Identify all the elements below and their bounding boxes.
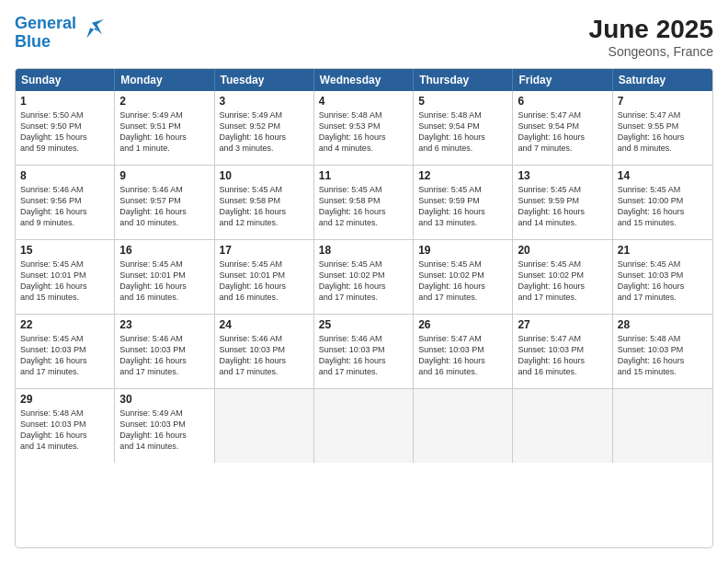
day-number: 3 [220, 95, 309, 108]
day-number: 21 [618, 244, 708, 257]
cell-text: Sunrise: 5:47 AMSunset: 9:54 PMDaylight:… [518, 109, 607, 155]
header-cell-saturday: Saturday [613, 69, 712, 91]
cell-text: Sunrise: 5:47 AMSunset: 10:03 PMDaylight… [418, 333, 507, 378]
cal-cell: 26Sunrise: 5:47 AMSunset: 10:03 PMDaylig… [414, 315, 513, 388]
day-number: 17 [220, 244, 309, 257]
header-cell-sunday: Sunday [16, 69, 115, 91]
week-row-1: 8Sunrise: 5:46 AMSunset: 9:56 PMDaylight… [16, 165, 712, 239]
svg-marker-0 [86, 19, 104, 39]
cell-text: Sunrise: 5:45 AMSunset: 9:59 PMDaylight:… [418, 184, 507, 229]
calendar: SundayMondayTuesdayWednesdayThursdayFrid… [15, 68, 713, 548]
cell-text: Sunrise: 5:48 AMSunset: 9:54 PMDaylight:… [418, 109, 507, 155]
cell-text: Sunrise: 5:47 AMSunset: 9:55 PMDaylight:… [618, 109, 708, 155]
cal-cell: 30Sunrise: 5:49 AMSunset: 10:03 PMDaylig… [115, 389, 214, 463]
day-number: 27 [518, 318, 607, 331]
page: General Blue June 2025 Songeons, France … [0, 0, 728, 563]
cell-text: Sunrise: 5:48 AMSunset: 10:03 PMDaylight… [618, 333, 708, 378]
logo-text: General Blue [15, 15, 76, 52]
header-cell-monday: Monday [115, 69, 214, 91]
day-number: 12 [418, 169, 507, 182]
day-number: 24 [220, 318, 309, 331]
day-number: 2 [119, 95, 209, 108]
day-number: 25 [319, 318, 408, 331]
cal-cell: 27Sunrise: 5:47 AMSunset: 10:03 PMDaylig… [513, 315, 612, 388]
logo-icon [78, 19, 104, 45]
logo: General Blue [15, 15, 104, 52]
cal-cell: 17Sunrise: 5:45 AMSunset: 10:01 PMDaylig… [215, 240, 314, 314]
cal-cell: 8Sunrise: 5:46 AMSunset: 9:56 PMDaylight… [16, 166, 115, 239]
day-number: 6 [518, 95, 607, 108]
cell-text: Sunrise: 5:45 AMSunset: 10:02 PMDaylight… [518, 259, 607, 304]
location: Songeons, France [589, 44, 713, 59]
cal-cell [613, 389, 712, 463]
header-cell-wednesday: Wednesday [314, 69, 414, 91]
cell-text: Sunrise: 5:45 AMSunset: 10:01 PMDaylight… [20, 259, 109, 304]
cell-text: Sunrise: 5:46 AMSunset: 9:57 PMDaylight:… [119, 184, 209, 229]
day-number: 10 [220, 169, 309, 182]
cal-cell: 12Sunrise: 5:45 AMSunset: 9:59 PMDayligh… [414, 166, 513, 239]
cell-text: Sunrise: 5:48 AMSunset: 10:03 PMDaylight… [20, 408, 109, 453]
cal-cell [314, 389, 414, 463]
week-row-3: 22Sunrise: 5:45 AMSunset: 10:03 PMDaylig… [16, 314, 712, 388]
title-area: June 2025 Songeons, France [589, 15, 713, 59]
cell-text: Sunrise: 5:46 AMSunset: 9:56 PMDaylight:… [20, 184, 109, 229]
cal-cell [414, 389, 513, 463]
cell-text: Sunrise: 5:45 AMSunset: 10:02 PMDaylight… [418, 259, 507, 304]
calendar-header: SundayMondayTuesdayWednesdayThursdayFrid… [16, 69, 712, 91]
day-number: 4 [319, 95, 408, 108]
cell-text: Sunrise: 5:48 AMSunset: 9:53 PMDaylight:… [319, 109, 408, 155]
cal-cell: 22Sunrise: 5:45 AMSunset: 10:03 PMDaylig… [16, 315, 115, 388]
cal-cell [513, 389, 612, 463]
day-number: 18 [319, 244, 408, 257]
week-row-4: 29Sunrise: 5:48 AMSunset: 10:03 PMDaylig… [16, 388, 712, 463]
cal-cell: 9Sunrise: 5:46 AMSunset: 9:57 PMDaylight… [115, 166, 214, 239]
cal-cell [215, 389, 314, 463]
header-cell-tuesday: Tuesday [215, 69, 314, 91]
cell-text: Sunrise: 5:45 AMSunset: 10:00 PMDaylight… [618, 184, 708, 229]
cell-text: Sunrise: 5:45 AMSunset: 10:01 PMDaylight… [119, 259, 209, 304]
cell-text: Sunrise: 5:45 AMSunset: 10:03 PMDaylight… [20, 333, 109, 378]
cell-text: Sunrise: 5:45 AMSunset: 9:59 PMDaylight:… [518, 184, 607, 229]
logo-line2: Blue [15, 32, 51, 51]
header: General Blue June 2025 Songeons, France [15, 15, 713, 59]
cal-cell: 13Sunrise: 5:45 AMSunset: 9:59 PMDayligh… [513, 166, 612, 239]
cell-text: Sunrise: 5:45 AMSunset: 9:58 PMDaylight:… [319, 184, 408, 229]
cell-text: Sunrise: 5:49 AMSunset: 9:52 PMDaylight:… [220, 109, 309, 155]
cal-cell: 7Sunrise: 5:47 AMSunset: 9:55 PMDaylight… [613, 91, 712, 165]
calendar-body: 1Sunrise: 5:50 AMSunset: 9:50 PMDaylight… [16, 91, 712, 463]
day-number: 13 [518, 169, 607, 182]
cal-cell: 5Sunrise: 5:48 AMSunset: 9:54 PMDaylight… [414, 91, 513, 165]
cal-cell: 24Sunrise: 5:46 AMSunset: 10:03 PMDaylig… [215, 315, 314, 388]
cal-cell: 15Sunrise: 5:45 AMSunset: 10:01 PMDaylig… [16, 240, 115, 314]
week-row-0: 1Sunrise: 5:50 AMSunset: 9:50 PMDaylight… [16, 91, 712, 165]
day-number: 29 [20, 393, 109, 406]
cal-cell: 20Sunrise: 5:45 AMSunset: 10:02 PMDaylig… [513, 240, 612, 314]
cal-cell: 16Sunrise: 5:45 AMSunset: 10:01 PMDaylig… [115, 240, 214, 314]
day-number: 22 [20, 318, 109, 331]
day-number: 15 [20, 244, 109, 257]
cell-text: Sunrise: 5:46 AMSunset: 10:03 PMDaylight… [319, 333, 408, 378]
cal-cell: 2Sunrise: 5:49 AMSunset: 9:51 PMDaylight… [115, 91, 214, 165]
week-row-2: 15Sunrise: 5:45 AMSunset: 10:01 PMDaylig… [16, 239, 712, 314]
cell-text: Sunrise: 5:45 AMSunset: 10:02 PMDaylight… [319, 259, 408, 304]
cal-cell: 4Sunrise: 5:48 AMSunset: 9:53 PMDaylight… [314, 91, 414, 165]
cell-text: Sunrise: 5:45 AMSunset: 9:58 PMDaylight:… [220, 184, 309, 229]
cell-text: Sunrise: 5:49 AMSunset: 9:51 PMDaylight:… [119, 109, 209, 155]
cell-text: Sunrise: 5:45 AMSunset: 10:01 PMDaylight… [220, 259, 309, 304]
header-cell-friday: Friday [513, 69, 612, 91]
cal-cell: 23Sunrise: 5:46 AMSunset: 10:03 PMDaylig… [115, 315, 214, 388]
header-cell-thursday: Thursday [414, 69, 513, 91]
day-number: 7 [618, 95, 708, 108]
month-title: June 2025 [589, 15, 713, 44]
cal-cell: 14Sunrise: 5:45 AMSunset: 10:00 PMDaylig… [613, 166, 712, 239]
day-number: 5 [418, 95, 507, 108]
day-number: 11 [319, 169, 408, 182]
day-number: 19 [418, 244, 507, 257]
cal-cell: 19Sunrise: 5:45 AMSunset: 10:02 PMDaylig… [414, 240, 513, 314]
day-number: 26 [418, 318, 507, 331]
day-number: 23 [119, 318, 209, 331]
cell-text: Sunrise: 5:45 AMSunset: 10:03 PMDaylight… [618, 259, 708, 304]
cal-cell: 21Sunrise: 5:45 AMSunset: 10:03 PMDaylig… [613, 240, 712, 314]
cal-cell: 10Sunrise: 5:45 AMSunset: 9:58 PMDayligh… [215, 166, 314, 239]
day-number: 16 [119, 244, 209, 257]
